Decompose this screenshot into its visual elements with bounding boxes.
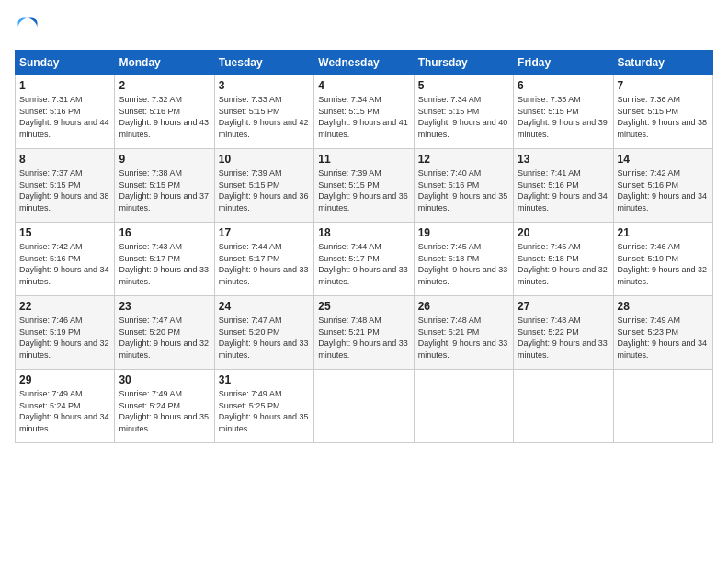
day-number: 26 (418, 300, 509, 313)
day-number: 1 (19, 79, 110, 92)
day-number: 24 (219, 300, 310, 313)
day-info: Sunrise: 7:46 AMSunset: 5:19 PMDaylight:… (19, 316, 109, 360)
empty-cell (314, 370, 414, 443)
day-cell-19: 19 Sunrise: 7:45 AMSunset: 5:18 PMDaylig… (414, 223, 513, 296)
calendar-week-3: 15 Sunrise: 7:42 AMSunset: 5:16 PMDaylig… (16, 223, 713, 296)
day-cell-2: 2 Sunrise: 7:32 AMSunset: 5:16 PMDayligh… (115, 75, 214, 149)
day-cell-8: 8 Sunrise: 7:37 AMSunset: 5:15 PMDayligh… (16, 149, 115, 223)
day-cell-7: 7 Sunrise: 7:36 AMSunset: 5:15 PMDayligh… (613, 75, 712, 149)
day-info: Sunrise: 7:39 AMSunset: 5:15 PMDaylight:… (318, 168, 408, 213)
day-cell-3: 3 Sunrise: 7:33 AMSunset: 5:15 PMDayligh… (214, 75, 313, 149)
day-cell-26: 26 Sunrise: 7:48 AMSunset: 5:21 PMDaylig… (414, 296, 513, 370)
day-cell-21: 21 Sunrise: 7:46 AMSunset: 5:19 PMDaylig… (613, 223, 712, 296)
day-cell-15: 15 Sunrise: 7:42 AMSunset: 5:16 PMDaylig… (16, 223, 115, 296)
day-info: Sunrise: 7:35 AMSunset: 5:15 PMDaylight:… (518, 95, 608, 139)
day-number: 20 (518, 226, 609, 239)
calendar-week-2: 8 Sunrise: 7:37 AMSunset: 5:15 PMDayligh… (16, 149, 713, 223)
day-number: 30 (119, 373, 210, 386)
day-number: 14 (618, 153, 709, 166)
empty-cell (414, 370, 513, 443)
day-cell-24: 24 Sunrise: 7:47 AMSunset: 5:20 PMDaylig… (214, 296, 313, 370)
logo-icon (15, 15, 40, 40)
day-number: 4 (318, 79, 409, 92)
day-info: Sunrise: 7:43 AMSunset: 5:17 PMDaylight:… (119, 242, 209, 286)
day-cell-6: 6 Sunrise: 7:35 AMSunset: 5:15 PMDayligh… (514, 75, 613, 149)
day-info: Sunrise: 7:49 AMSunset: 5:23 PMDaylight:… (618, 316, 708, 360)
day-number: 7 (618, 79, 709, 92)
day-info: Sunrise: 7:44 AMSunset: 5:17 PMDaylight:… (318, 242, 408, 286)
day-info: Sunrise: 7:40 AMSunset: 5:16 PMDaylight:… (418, 168, 508, 213)
day-cell-11: 11 Sunrise: 7:39 AMSunset: 5:15 PMDaylig… (314, 149, 414, 223)
day-number: 21 (618, 226, 709, 239)
day-info: Sunrise: 7:49 AMSunset: 5:24 PMDaylight:… (119, 389, 209, 433)
day-info: Sunrise: 7:48 AMSunset: 5:22 PMDaylight:… (518, 316, 608, 360)
day-number: 11 (318, 153, 409, 166)
calendar-header-row: SundayMondayTuesdayWednesdayThursdayFrid… (16, 51, 713, 75)
day-number: 17 (219, 226, 310, 239)
col-header-wednesday: Wednesday (314, 51, 414, 75)
day-cell-25: 25 Sunrise: 7:48 AMSunset: 5:21 PMDaylig… (314, 296, 414, 370)
day-info: Sunrise: 7:45 AMSunset: 5:18 PMDaylight:… (418, 242, 508, 286)
page: SundayMondayTuesdayWednesdayThursdayFrid… (0, 0, 728, 563)
day-number: 2 (119, 79, 210, 92)
col-header-tuesday: Tuesday (214, 51, 313, 75)
day-cell-17: 17 Sunrise: 7:44 AMSunset: 5:17 PMDaylig… (214, 223, 313, 296)
day-cell-10: 10 Sunrise: 7:39 AMSunset: 5:15 PMDaylig… (214, 149, 313, 223)
day-number: 29 (19, 373, 110, 386)
day-number: 9 (119, 153, 210, 166)
day-info: Sunrise: 7:34 AMSunset: 5:15 PMDaylight:… (418, 95, 508, 139)
day-info: Sunrise: 7:47 AMSunset: 5:20 PMDaylight:… (219, 316, 309, 360)
calendar-week-5: 29 Sunrise: 7:49 AMSunset: 5:24 PMDaylig… (16, 370, 713, 443)
header (15, 15, 713, 40)
day-number: 22 (19, 300, 110, 313)
day-number: 15 (19, 226, 110, 239)
day-cell-4: 4 Sunrise: 7:34 AMSunset: 5:15 PMDayligh… (314, 75, 414, 149)
day-cell-29: 29 Sunrise: 7:49 AMSunset: 5:24 PMDaylig… (16, 370, 115, 443)
calendar-week-1: 1 Sunrise: 7:31 AMSunset: 5:16 PMDayligh… (16, 75, 713, 149)
day-cell-12: 12 Sunrise: 7:40 AMSunset: 5:16 PMDaylig… (414, 149, 513, 223)
col-header-saturday: Saturday (613, 51, 712, 75)
empty-cell (613, 370, 712, 443)
col-header-thursday: Thursday (414, 51, 513, 75)
day-cell-9: 9 Sunrise: 7:38 AMSunset: 5:15 PMDayligh… (115, 149, 214, 223)
day-info: Sunrise: 7:42 AMSunset: 5:16 PMDaylight:… (618, 168, 708, 213)
day-cell-28: 28 Sunrise: 7:49 AMSunset: 5:23 PMDaylig… (613, 296, 712, 370)
day-cell-13: 13 Sunrise: 7:41 AMSunset: 5:16 PMDaylig… (514, 149, 613, 223)
empty-cell (514, 370, 613, 443)
day-number: 23 (119, 300, 210, 313)
day-cell-5: 5 Sunrise: 7:34 AMSunset: 5:15 PMDayligh… (414, 75, 513, 149)
day-info: Sunrise: 7:38 AMSunset: 5:15 PMDaylight:… (119, 168, 209, 213)
day-info: Sunrise: 7:31 AMSunset: 5:16 PMDaylight:… (19, 95, 109, 139)
day-number: 5 (418, 79, 509, 92)
day-cell-22: 22 Sunrise: 7:46 AMSunset: 5:19 PMDaylig… (16, 296, 115, 370)
day-cell-30: 30 Sunrise: 7:49 AMSunset: 5:24 PMDaylig… (115, 370, 214, 443)
day-number: 18 (318, 226, 409, 239)
day-info: Sunrise: 7:49 AMSunset: 5:25 PMDaylight:… (219, 389, 309, 433)
day-info: Sunrise: 7:39 AMSunset: 5:15 PMDaylight:… (219, 168, 309, 213)
logo (15, 15, 44, 40)
day-number: 28 (618, 300, 709, 313)
day-info: Sunrise: 7:36 AMSunset: 5:15 PMDaylight:… (618, 95, 708, 139)
col-header-friday: Friday (514, 51, 613, 75)
day-number: 25 (318, 300, 409, 313)
col-header-sunday: Sunday (16, 51, 115, 75)
calendar: SundayMondayTuesdayWednesdayThursdayFrid… (15, 50, 713, 443)
day-cell-1: 1 Sunrise: 7:31 AMSunset: 5:16 PMDayligh… (16, 75, 115, 149)
day-cell-18: 18 Sunrise: 7:44 AMSunset: 5:17 PMDaylig… (314, 223, 414, 296)
day-number: 19 (418, 226, 509, 239)
day-info: Sunrise: 7:32 AMSunset: 5:16 PMDaylight:… (119, 95, 209, 139)
day-cell-23: 23 Sunrise: 7:47 AMSunset: 5:20 PMDaylig… (115, 296, 214, 370)
calendar-week-4: 22 Sunrise: 7:46 AMSunset: 5:19 PMDaylig… (16, 296, 713, 370)
day-info: Sunrise: 7:48 AMSunset: 5:21 PMDaylight:… (418, 316, 508, 360)
day-number: 6 (518, 79, 609, 92)
day-number: 13 (518, 153, 609, 166)
day-info: Sunrise: 7:37 AMSunset: 5:15 PMDaylight:… (19, 168, 109, 213)
day-info: Sunrise: 7:46 AMSunset: 5:19 PMDaylight:… (618, 242, 708, 286)
day-number: 3 (219, 79, 310, 92)
day-number: 31 (219, 373, 310, 386)
day-cell-16: 16 Sunrise: 7:43 AMSunset: 5:17 PMDaylig… (115, 223, 214, 296)
day-cell-20: 20 Sunrise: 7:45 AMSunset: 5:18 PMDaylig… (514, 223, 613, 296)
day-number: 10 (219, 153, 310, 166)
day-info: Sunrise: 7:47 AMSunset: 5:20 PMDaylight:… (119, 316, 209, 360)
col-header-monday: Monday (115, 51, 214, 75)
